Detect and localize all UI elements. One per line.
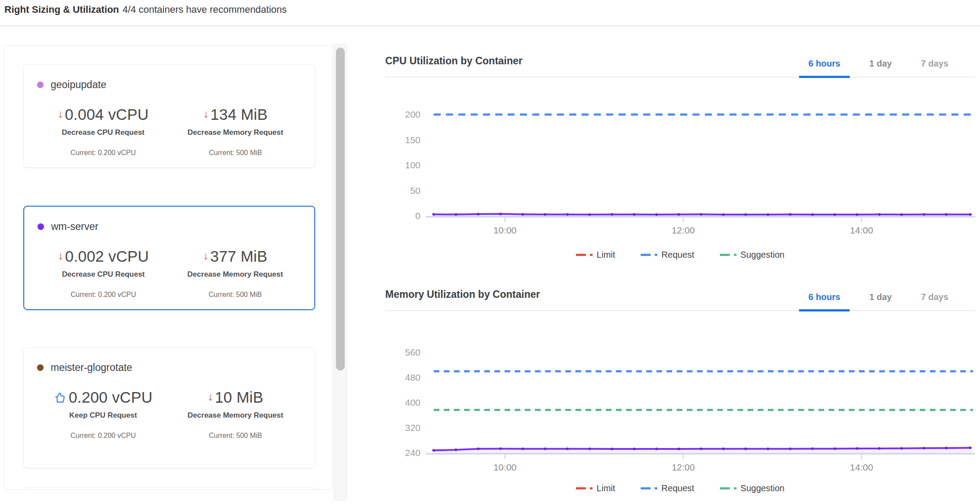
container-color-dot — [37, 223, 44, 230]
decrease-arrow-icon: ↓ — [58, 250, 63, 261]
cpu-utilization-section: CPU Utilization by Container 6 hours 1 d… — [385, 44, 975, 260]
cpu-recommended-value: 0.002 vCPU — [65, 248, 149, 265]
svg-text:0: 0 — [415, 211, 420, 221]
limit-dot-icon — [590, 487, 593, 489]
svg-text:200: 200 — [405, 109, 420, 119]
tab-7-days[interactable]: 7 days — [912, 59, 958, 78]
page-subtitle: 4/4 containers have recommendations — [122, 4, 287, 15]
tab-1-day[interactable]: 1 day — [860, 292, 901, 311]
svg-text:480: 480 — [405, 372, 420, 382]
page-header: Right Sizing & Utilization4/4 containers… — [0, 0, 980, 26]
legend-item-suggestion[interactable]: Suggestion — [720, 483, 785, 493]
suggestion-dash-icon — [720, 254, 730, 256]
cpu-current-value: Current: 0.200 vCPU — [70, 432, 136, 440]
suggestion-dash-icon — [720, 487, 730, 489]
tab-1-day[interactable]: 1 day — [860, 59, 901, 78]
legend-item-limit[interactable]: Limit — [576, 483, 615, 493]
cpu-recommended-value: 0.004 vCPU — [65, 106, 149, 123]
container-name: wm-server — [51, 221, 98, 233]
memory-recommendation: ↓ 134 MiB Decrease Memory Request Curren… — [169, 106, 302, 157]
cpu-current-value: Current: 0.200 vCPU — [70, 291, 136, 299]
cpu-chart-title: CPU Utilization by Container — [385, 55, 523, 77]
svg-text:560: 560 — [405, 347, 420, 357]
cpu-current-value: Current: 0.200 vCPU — [70, 149, 136, 157]
container-card-meister-glogrotate[interactable]: meister-glogrotate 0.200 vCPU Keep CPU R… — [23, 347, 315, 468]
container-list-scrollbar-thumb[interactable] — [336, 48, 345, 371]
memory-recommended-value: 377 MiB — [210, 248, 268, 265]
container-name: meister-glogrotate — [51, 362, 132, 374]
limit-dot-icon — [590, 254, 593, 256]
memory-current-value: Current: 500 MiB — [209, 432, 262, 440]
svg-text:400: 400 — [405, 397, 420, 408]
suggestion-dot-icon — [734, 487, 737, 489]
container-list-scrollbar-track[interactable] — [334, 44, 347, 500]
svg-text:240: 240 — [405, 448, 420, 458]
legend-item-request[interactable]: Request — [641, 250, 694, 260]
legend-item-suggestion[interactable]: Suggestion — [720, 250, 785, 260]
memory-recommendation: ↓ 377 MiB Decrease Memory Request Curren… — [169, 248, 302, 299]
request-dash-icon — [641, 487, 651, 489]
cpu-recommended-value: 0.200 vCPU — [69, 389, 153, 406]
page-title: Right Sizing & Utilization — [4, 4, 119, 15]
container-color-dot — [37, 364, 44, 371]
request-dash-icon — [641, 254, 651, 256]
tab-7-days[interactable]: 7 days — [912, 292, 958, 311]
memory-recommendation: ↓ 10 MiB Decrease Memory Request Current… — [169, 389, 302, 440]
memory-chart-plot: 24032040048056010:0012:0014:00 — [385, 317, 975, 474]
cpu-chart-plot: 05010015020010:0012:0014:00 — [385, 84, 975, 240]
decrease-arrow-icon: ↓ — [203, 108, 209, 119]
svg-text:14:00: 14:00 — [850, 462, 873, 472]
limit-dash-icon — [576, 254, 586, 256]
svg-text:150: 150 — [405, 135, 420, 145]
decrease-arrow-icon: ↓ — [58, 108, 63, 119]
cpu-recommendation: 0.200 vCPU Keep CPU Request Current: 0.2… — [37, 389, 169, 440]
cpu-recommendation: ↓ 0.002 vCPU Decrease CPU Request Curren… — [37, 248, 169, 299]
decrease-arrow-icon: ↓ — [207, 391, 213, 402]
memory-chart-legend: Limit Request Suggestion — [385, 483, 975, 493]
cpu-chart-legend: Limit Request Suggestion — [385, 250, 975, 260]
memory-current-value: Current: 500 MiB — [209, 291, 262, 299]
request-dot-icon — [655, 254, 657, 256]
container-card-wm-server[interactable]: wm-server ↓ 0.002 vCPU Decrease CPU Requ… — [23, 206, 315, 310]
svg-text:12:00: 12:00 — [672, 225, 695, 235]
svg-text:100: 100 — [405, 160, 420, 170]
container-color-dot — [37, 82, 44, 88]
svg-text:50: 50 — [410, 185, 420, 196]
container-name: geoipupdate — [51, 79, 107, 91]
tab-6-hours[interactable]: 6 hours — [799, 59, 849, 78]
decrease-arrow-icon: ↓ — [203, 250, 209, 261]
cpu-action-label: Decrease CPU Request — [62, 270, 145, 279]
memory-action-label: Decrease Memory Request — [188, 411, 283, 420]
memory-action-label: Decrease Memory Request — [188, 128, 283, 137]
svg-text:14:00: 14:00 — [850, 225, 873, 235]
cpu-time-range-tabs: 6 hours 1 day 7 days — [799, 59, 958, 77]
suggestion-dot-icon — [734, 254, 737, 256]
memory-chart-title: Memory Utilization by Container — [385, 289, 540, 310]
cpu-action-label: Decrease CPU Request — [62, 128, 144, 137]
legend-item-limit[interactable]: Limit — [576, 250, 615, 260]
container-card-geoipupdate[interactable]: geoipupdate ↓ 0.004 vCPU Decrease CPU Re… — [23, 64, 315, 168]
cpu-recommendation: ↓ 0.004 vCPU Decrease CPU Request Curren… — [37, 106, 169, 157]
svg-text:10:00: 10:00 — [494, 462, 517, 472]
request-dot-icon — [655, 487, 657, 489]
limit-dash-icon — [576, 487, 586, 489]
svg-text:12:00: 12:00 — [672, 462, 695, 472]
svg-text:10:00: 10:00 — [494, 225, 517, 235]
cpu-action-label: Keep CPU Request — [69, 411, 137, 420]
svg-text:320: 320 — [405, 422, 420, 433]
memory-recommended-value: 134 MiB — [210, 106, 268, 123]
tab-6-hours[interactable]: 6 hours — [799, 292, 849, 311]
memory-time-range-tabs: 6 hours 1 day 7 days — [799, 292, 958, 310]
memory-recommended-value: 10 MiB — [215, 389, 263, 406]
memory-action-label: Decrease Memory Request — [188, 270, 283, 279]
legend-item-request[interactable]: Request — [641, 483, 694, 493]
container-list-panel: geoipupdate ↓ 0.004 vCPU Decrease CPU Re… — [4, 45, 333, 490]
container-card-partial[interactable] — [23, 487, 315, 490]
thumbs-up-icon — [54, 392, 66, 404]
memory-utilization-section: Memory Utilization by Container 6 hours … — [385, 278, 975, 493]
memory-current-value: Current: 500 MiB — [209, 149, 262, 157]
